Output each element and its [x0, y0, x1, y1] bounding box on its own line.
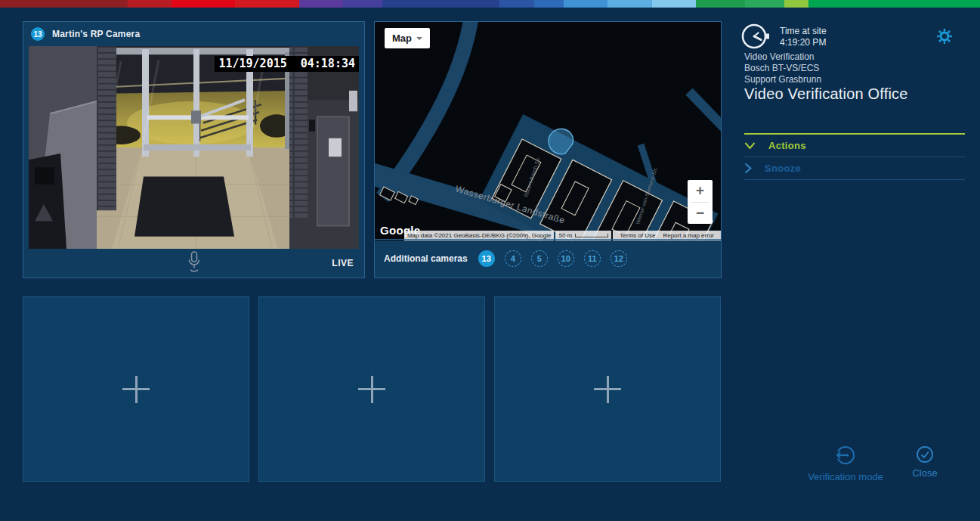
- additional-cameras-label: Additional cameras: [384, 253, 468, 264]
- empty-camera-slot-2[interactable]: [258, 296, 485, 482]
- camera-chip[interactable]: 4: [505, 250, 521, 267]
- empty-camera-slot-1[interactable]: [23, 296, 249, 482]
- timestamp-time: 04:18:34: [301, 57, 355, 70]
- settings-button[interactable]: [937, 29, 952, 47]
- site-time-block: Time at site 4:19:20 PM: [740, 21, 827, 51]
- camera-title: Martin's RP Camera: [52, 29, 140, 39]
- map-zoom-control: + −: [688, 180, 713, 224]
- camera-header: 13 Martin's RP Camera: [23, 22, 364, 46]
- close-button[interactable]: Close: [901, 445, 949, 479]
- snooze-section-toggle[interactable]: Snooze: [744, 157, 965, 179]
- section-divider: [744, 179, 965, 180]
- scale-ruler-icon: [575, 234, 608, 237]
- scale-label: 50 m: [558, 232, 572, 239]
- site-title: Video Verification Office: [744, 88, 908, 100]
- time-at-site-label: Time at site: [780, 26, 827, 37]
- info-line-3: Support Grasbrunn: [744, 74, 908, 85]
- video-timestamp: 11/19/201504:18:34: [215, 56, 359, 72]
- live-status-badge: LIVE: [332, 258, 354, 268]
- zoom-out-button[interactable]: −: [688, 203, 713, 225]
- add-camera-plus-icon: [594, 376, 621, 403]
- camera-chip-selected[interactable]: 13: [478, 250, 495, 267]
- bosch-brand-strip: [0, 0, 980, 8]
- chevron-down-icon: [744, 142, 756, 150]
- verification-mode-icon: [833, 443, 858, 467]
- timestamp-date: 11/19/2015: [218, 57, 286, 70]
- surveillance-scene: [29, 46, 359, 249]
- map-panel: Wasserburger Landstraße Robert-Bosch-Str…: [374, 21, 722, 278]
- camera-video-feed: 11/19/201504:18:34: [29, 46, 359, 249]
- camera-panel: 13 Martin's RP Camera: [23, 21, 365, 278]
- map-type-dropdown[interactable]: Map: [385, 28, 430, 48]
- map-canvas: Wasserburger Landstraße Robert-Bosch-Str…: [375, 22, 721, 240]
- add-camera-plus-icon: [358, 376, 385, 403]
- zoom-in-button[interactable]: +: [688, 180, 713, 202]
- camera-number-badge: 13: [31, 27, 45, 41]
- add-camera-plus-icon: [122, 376, 150, 403]
- clock-icon: [740, 21, 771, 51]
- actions-label: Actions: [768, 140, 806, 151]
- microphone-icon: [187, 251, 202, 273]
- camera-chip[interactable]: 5: [531, 250, 548, 267]
- report-map-error-link[interactable]: Report a map error: [663, 232, 714, 239]
- camera-chip[interactable]: 12: [611, 250, 627, 267]
- video-verification-screen: 13 Martin's RP Camera: [0, 0, 980, 521]
- gear-icon: [937, 29, 952, 44]
- info-line-1: Video Verification: [744, 51, 908, 63]
- camera-footer: LIVE: [23, 249, 364, 278]
- dropdown-caret-icon: [416, 37, 422, 40]
- google-map[interactable]: Wasserburger Landstraße Robert-Bosch-Str…: [375, 22, 721, 240]
- actions-section-toggle[interactable]: Actions: [744, 133, 965, 157]
- microphone-button[interactable]: [187, 251, 202, 276]
- terms-of-use-link[interactable]: Terms of Use: [620, 232, 655, 239]
- time-at-site-value: 4:19:20 PM: [780, 37, 827, 48]
- actions-snooze-block: Actions Snooze: [744, 133, 965, 180]
- close-check-icon: [915, 445, 935, 464]
- chevron-right-icon: [744, 163, 752, 174]
- additional-cameras-row: Additional cameras 13 4 5 10 11 12: [375, 239, 721, 278]
- verification-mode-label: Verification mode: [808, 471, 883, 482]
- snooze-label: Snooze: [765, 163, 801, 174]
- site-info-block: Video Verification Bosch BT-VS/ECS Suppo…: [744, 51, 908, 100]
- empty-camera-slot-3[interactable]: [494, 296, 721, 482]
- camera-chip[interactable]: 10: [558, 250, 574, 267]
- camera-chip[interactable]: 11: [584, 250, 601, 267]
- close-label: Close: [912, 467, 937, 479]
- map-type-label: Map: [392, 33, 412, 44]
- verification-mode-button[interactable]: Verification mode: [799, 443, 892, 483]
- info-line-2: Bosch BT-VS/ECS: [744, 63, 908, 74]
